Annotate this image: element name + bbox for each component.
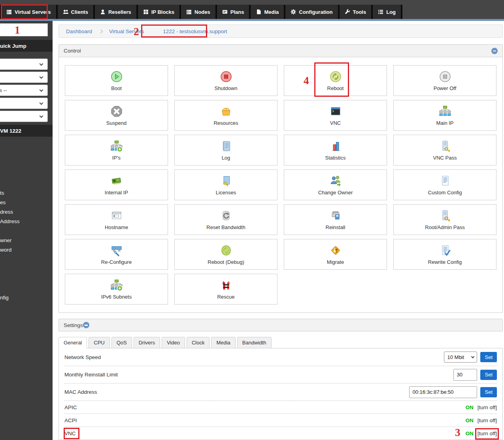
turn-off-link[interactable]: [turn off] bbox=[478, 417, 497, 423]
control-button-migrate[interactable]: Migrate bbox=[284, 239, 387, 270]
control-button-rescue[interactable]: Rescue bbox=[174, 274, 277, 305]
collapse-icon[interactable] bbox=[83, 322, 89, 328]
breadcrumb-virtual-servers[interactable]: Virtual Servers bbox=[109, 28, 144, 34]
control-button-label: Power Off bbox=[434, 85, 457, 91]
gear-icon bbox=[291, 9, 296, 15]
quick-jump-select-5[interactable] bbox=[0, 111, 48, 122]
settings-row-network-speed: Network Speed10 MbitSet bbox=[64, 348, 497, 366]
sidebar-menu-item[interactable]: wner bbox=[0, 237, 11, 243]
control-button-suspend[interactable]: Suspend bbox=[65, 100, 168, 131]
tab-bandwidth[interactable]: Bandwidth bbox=[237, 337, 272, 348]
quick-jump-select-4[interactable] bbox=[0, 98, 48, 109]
control-button-boot[interactable]: Boot bbox=[65, 65, 168, 96]
control-button-ipv6-subnets[interactable]: IPv6 Subnets bbox=[65, 274, 168, 305]
set-button[interactable]: Set bbox=[480, 352, 497, 362]
settings-row-label: APIC bbox=[64, 404, 77, 410]
chevron-down-icon bbox=[40, 62, 43, 66]
suspend-icon bbox=[110, 105, 123, 118]
servers-icon bbox=[186, 9, 192, 15]
control-button-statistics[interactable]: Statistics bbox=[284, 135, 387, 165]
sidebar: uick Jump ers -- VM 1222 tsesdressAddres… bbox=[0, 21, 53, 440]
control-button-reboot[interactable]: Reboot bbox=[284, 65, 387, 96]
control-button-reinstall[interactable]: Reinstall bbox=[284, 204, 387, 235]
quick-jump-select-1[interactable] bbox=[0, 58, 48, 70]
settings-row-label: VNC bbox=[64, 431, 76, 436]
set-button[interactable]: Set bbox=[480, 387, 497, 397]
tab-cpu[interactable]: CPU bbox=[89, 337, 109, 348]
tab-general[interactable]: General bbox=[59, 337, 87, 348]
tab-qos[interactable]: QoS bbox=[111, 337, 132, 348]
network-speed-select[interactable]: 10 Mbit bbox=[444, 352, 477, 363]
control-panel: Control BootShutdownRebootPower OffSuspe… bbox=[59, 44, 503, 313]
reinstall-icon bbox=[329, 209, 342, 222]
control-button-licenses[interactable]: Licenses bbox=[174, 169, 277, 200]
quick-jump-select-3[interactable]: ers -- bbox=[0, 85, 48, 96]
control-button-label: Reboot bbox=[327, 85, 344, 91]
settings-row-label: Monthly Reinstall Limit bbox=[64, 372, 118, 378]
nav-item-ip-blocks[interactable]: IP Blocks bbox=[138, 5, 179, 19]
control-button-shutdown[interactable]: Shutdown bbox=[174, 65, 277, 96]
control-button-change-owner[interactable]: Change Owner bbox=[284, 169, 387, 200]
network-card-icon bbox=[110, 174, 123, 188]
tab-clock[interactable]: Clock bbox=[187, 337, 210, 348]
tab-video[interactable]: Video bbox=[162, 337, 185, 348]
control-button-label: Internal IP bbox=[105, 190, 128, 196]
control-button-main-ip[interactable]: Main IP bbox=[393, 100, 496, 131]
settings-panel-header: Settings bbox=[59, 319, 503, 331]
nav-item-media[interactable]: Media bbox=[251, 5, 284, 19]
tab-media[interactable]: Media bbox=[211, 337, 235, 348]
set-button[interactable]: Set bbox=[480, 370, 497, 380]
settings-row-mac-address: MAC AddressSet bbox=[64, 383, 497, 401]
quick-jump-header: uick Jump bbox=[0, 40, 53, 52]
nav-item-virtual-servers[interactable]: Virtual Servers bbox=[1, 5, 56, 19]
sidebar-menu-item[interactable]: dress bbox=[0, 209, 13, 215]
control-button-internal-ip[interactable]: Internal IP bbox=[65, 169, 168, 200]
turn-off-link[interactable]: [turn off] bbox=[478, 431, 497, 436]
control-button-ip-s[interactable]: IP's bbox=[65, 135, 168, 165]
settings-row-acpi: ACPION[turn off] bbox=[64, 414, 497, 427]
control-button-label: Boot bbox=[111, 85, 122, 91]
control-button-reset-bandwidth[interactable]: Reset Bandwidth bbox=[174, 204, 277, 235]
breadcrumb-current-vm[interactable]: 1222 - testsolusvm.support bbox=[163, 28, 227, 34]
nav-item-clients[interactable]: Clients bbox=[58, 5, 93, 19]
monthly-reinstall-limit-input[interactable] bbox=[453, 369, 477, 381]
control-button-vnc-pass[interactable]: VNC Pass bbox=[393, 135, 496, 165]
nav-item-nodes[interactable]: Nodes bbox=[181, 5, 215, 19]
sidebar-menu-item[interactable]: Address bbox=[0, 218, 20, 224]
quick-jump-select-2[interactable] bbox=[0, 71, 48, 83]
control-button-rewrite-config[interactable]: Rewrite Config bbox=[393, 239, 496, 270]
control-button-log[interactable]: Log bbox=[174, 135, 277, 165]
control-button-vnc[interactable]: VNC bbox=[284, 100, 387, 131]
control-button-root-admin-pass[interactable]: Root/Admin Pass bbox=[393, 204, 496, 235]
control-button-hostname[interactable]: Hostname bbox=[65, 204, 168, 235]
control-button-power-off[interactable]: Power Off bbox=[393, 65, 496, 96]
chevron-down-icon bbox=[40, 88, 43, 92]
control-button-label: VNC bbox=[330, 120, 341, 126]
nav-item-tools[interactable]: Tools bbox=[340, 5, 372, 19]
collapse-icon[interactable] bbox=[491, 48, 498, 54]
sidebar-search-box[interactable] bbox=[0, 23, 48, 36]
sidebar-menu-item[interactable]: ts bbox=[0, 190, 4, 196]
sidebar-menu-item[interactable]: nfig bbox=[0, 295, 9, 301]
vnc-icon bbox=[329, 105, 342, 118]
control-button-label: Reinstall bbox=[326, 224, 345, 230]
turn-off-link[interactable]: [turn off] bbox=[478, 404, 497, 410]
control-button-re-configure[interactable]: Re-Configure bbox=[65, 239, 168, 270]
control-button-custom-config[interactable]: Custom Config bbox=[393, 169, 496, 200]
control-button-resources[interactable]: Resources bbox=[174, 100, 277, 131]
tab-drivers[interactable]: Drivers bbox=[134, 337, 160, 348]
sidebar-menu-item[interactable]: word bbox=[0, 247, 11, 253]
chevron-down-icon bbox=[40, 75, 43, 79]
mac-address-input[interactable] bbox=[409, 386, 477, 398]
settings-row-vnc: VNCON[turn off] bbox=[64, 427, 497, 440]
control-panel-header: Control bbox=[59, 45, 502, 57]
nav-item-configuration[interactable]: Configuration bbox=[285, 5, 338, 19]
control-button-reboot-debug-[interactable]: Reboot (Debug) bbox=[174, 239, 277, 270]
sidebar-menu-item[interactable]: es bbox=[0, 199, 6, 205]
nav-item-resellers[interactable]: Resellers bbox=[95, 5, 136, 19]
breadcrumb-dashboard[interactable]: Dashboard bbox=[66, 28, 92, 34]
nav-item-plans[interactable]: Plans bbox=[217, 5, 249, 19]
nav-item-log[interactable]: Log bbox=[373, 5, 401, 19]
reboot-debug-icon bbox=[220, 244, 232, 257]
rewrite-config-icon bbox=[439, 244, 451, 257]
